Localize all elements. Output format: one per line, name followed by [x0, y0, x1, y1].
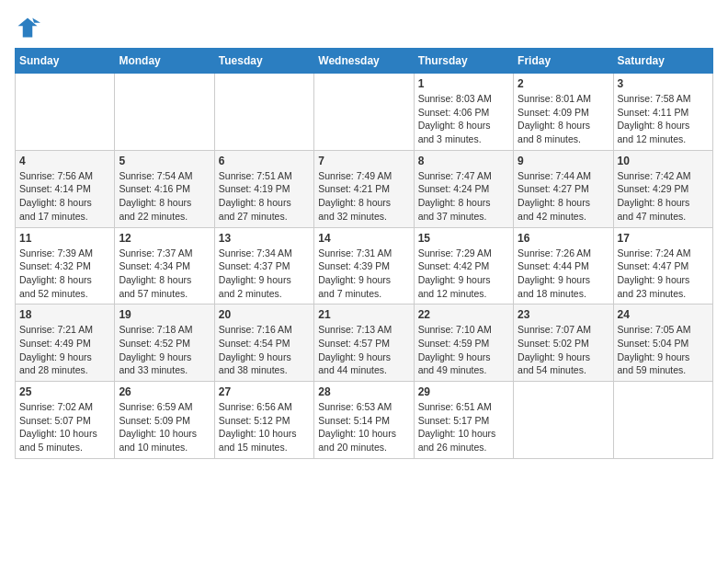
- week-row-3: 11Sunrise: 7:39 AM Sunset: 4:32 PM Dayli…: [16, 227, 713, 304]
- day-cell: 22Sunrise: 7:10 AM Sunset: 4:59 PM Dayli…: [414, 304, 513, 382]
- calendar-table: SundayMondayTuesdayWednesdayThursdayFrid…: [15, 48, 713, 459]
- day-info: Sunrise: 7:13 AM Sunset: 4:57 PM Dayligh…: [318, 323, 409, 377]
- day-cell: 28Sunrise: 6:53 AM Sunset: 5:14 PM Dayli…: [314, 382, 414, 459]
- day-info: Sunrise: 7:54 AM Sunset: 4:16 PM Dayligh…: [119, 169, 210, 224]
- day-number: 10: [618, 155, 709, 167]
- day-cell: [16, 74, 115, 151]
- day-number: 13: [219, 232, 310, 245]
- day-cell: 10Sunrise: 7:42 AM Sunset: 4:29 PM Dayli…: [613, 150, 712, 227]
- day-cell: [214, 74, 313, 151]
- day-cell: 9Sunrise: 7:44 AM Sunset: 4:27 PM Daylig…: [514, 150, 613, 227]
- day-number: 1: [418, 77, 509, 90]
- day-number: 3: [618, 77, 709, 90]
- day-info: Sunrise: 7:34 AM Sunset: 4:37 PM Dayligh…: [219, 247, 310, 301]
- day-cell: [613, 382, 712, 459]
- day-info: Sunrise: 7:58 AM Sunset: 4:11 PM Dayligh…: [618, 92, 709, 146]
- day-info: Sunrise: 7:24 AM Sunset: 4:47 PM Dayligh…: [618, 247, 709, 301]
- day-info: Sunrise: 6:56 AM Sunset: 5:12 PM Dayligh…: [219, 400, 310, 454]
- day-number: 26: [119, 385, 210, 398]
- day-cell: 21Sunrise: 7:13 AM Sunset: 4:57 PM Dayli…: [314, 304, 414, 382]
- day-cell: 15Sunrise: 7:29 AM Sunset: 4:42 PM Dayli…: [414, 227, 513, 304]
- day-cell: 18Sunrise: 7:21 AM Sunset: 4:49 PM Dayli…: [16, 304, 115, 382]
- day-cell: 2Sunrise: 8:01 AM Sunset: 4:09 PM Daylig…: [514, 74, 613, 151]
- calendar-body: 1Sunrise: 8:03 AM Sunset: 4:06 PM Daylig…: [16, 74, 713, 459]
- day-cell: [314, 74, 414, 151]
- day-number: 12: [119, 232, 210, 245]
- day-cell: 16Sunrise: 7:26 AM Sunset: 4:44 PM Dayli…: [514, 227, 613, 304]
- day-info: Sunrise: 7:21 AM Sunset: 4:49 PM Dayligh…: [19, 323, 110, 377]
- logo: [15, 15, 44, 40]
- day-info: Sunrise: 6:53 AM Sunset: 5:14 PM Dayligh…: [318, 400, 409, 454]
- day-cell: [115, 74, 214, 151]
- header: [15, 15, 713, 40]
- day-info: Sunrise: 7:47 AM Sunset: 4:24 PM Dayligh…: [418, 169, 509, 224]
- day-info: Sunrise: 8:01 AM Sunset: 4:09 PM Dayligh…: [518, 92, 609, 146]
- weekday-saturday: Saturday: [613, 49, 712, 74]
- day-info: Sunrise: 7:16 AM Sunset: 4:54 PM Dayligh…: [219, 323, 310, 377]
- day-cell: 17Sunrise: 7:24 AM Sunset: 4:47 PM Dayli…: [613, 227, 712, 304]
- logo-bird-icon: [15, 15, 40, 40]
- day-info: Sunrise: 7:44 AM Sunset: 4:27 PM Dayligh…: [518, 169, 609, 224]
- day-info: Sunrise: 7:05 AM Sunset: 5:04 PM Dayligh…: [618, 323, 709, 377]
- weekday-tuesday: Tuesday: [214, 49, 313, 74]
- weekday-sunday: Sunday: [16, 49, 115, 74]
- day-number: 27: [219, 385, 310, 398]
- day-info: Sunrise: 7:51 AM Sunset: 4:19 PM Dayligh…: [219, 169, 310, 224]
- day-number: 6: [219, 155, 310, 167]
- day-cell: 14Sunrise: 7:31 AM Sunset: 4:39 PM Dayli…: [314, 227, 414, 304]
- weekday-wednesday: Wednesday: [314, 49, 414, 74]
- day-cell: 13Sunrise: 7:34 AM Sunset: 4:37 PM Dayli…: [214, 227, 313, 304]
- week-row-2: 4Sunrise: 7:56 AM Sunset: 4:14 PM Daylig…: [16, 150, 713, 227]
- day-cell: 4Sunrise: 7:56 AM Sunset: 4:14 PM Daylig…: [16, 150, 115, 227]
- day-number: 14: [318, 232, 409, 245]
- day-cell: 5Sunrise: 7:54 AM Sunset: 4:16 PM Daylig…: [115, 150, 214, 227]
- day-number: 28: [318, 385, 409, 398]
- day-cell: 20Sunrise: 7:16 AM Sunset: 4:54 PM Dayli…: [214, 304, 313, 382]
- day-cell: 11Sunrise: 7:39 AM Sunset: 4:32 PM Dayli…: [16, 227, 115, 304]
- day-number: 2: [518, 77, 609, 90]
- day-number: 20: [219, 308, 310, 321]
- day-info: Sunrise: 8:03 AM Sunset: 4:06 PM Dayligh…: [418, 92, 509, 146]
- day-number: 16: [518, 232, 609, 245]
- day-cell: 23Sunrise: 7:07 AM Sunset: 5:02 PM Dayli…: [514, 304, 613, 382]
- day-number: 19: [119, 308, 210, 321]
- day-info: Sunrise: 7:49 AM Sunset: 4:21 PM Dayligh…: [318, 169, 409, 224]
- day-cell: 12Sunrise: 7:37 AM Sunset: 4:34 PM Dayli…: [115, 227, 214, 304]
- day-number: 21: [318, 308, 409, 321]
- day-cell: 3Sunrise: 7:58 AM Sunset: 4:11 PM Daylig…: [613, 74, 712, 151]
- day-number: 9: [518, 155, 609, 167]
- day-info: Sunrise: 6:51 AM Sunset: 5:17 PM Dayligh…: [418, 400, 509, 454]
- day-info: Sunrise: 7:26 AM Sunset: 4:44 PM Dayligh…: [518, 247, 609, 301]
- day-cell: 27Sunrise: 6:56 AM Sunset: 5:12 PM Dayli…: [214, 382, 313, 459]
- day-cell: 6Sunrise: 7:51 AM Sunset: 4:19 PM Daylig…: [214, 150, 313, 227]
- day-number: 25: [19, 385, 110, 398]
- day-cell: [514, 382, 613, 459]
- day-number: 15: [418, 232, 509, 245]
- day-cell: 7Sunrise: 7:49 AM Sunset: 4:21 PM Daylig…: [314, 150, 414, 227]
- day-info: Sunrise: 7:07 AM Sunset: 5:02 PM Dayligh…: [518, 323, 609, 377]
- day-number: 18: [19, 308, 110, 321]
- day-cell: 8Sunrise: 7:47 AM Sunset: 4:24 PM Daylig…: [414, 150, 513, 227]
- day-number: 29: [418, 385, 509, 398]
- day-number: 24: [618, 308, 709, 321]
- day-cell: 19Sunrise: 7:18 AM Sunset: 4:52 PM Dayli…: [115, 304, 214, 382]
- weekday-header-row: SundayMondayTuesdayWednesdayThursdayFrid…: [16, 49, 713, 74]
- day-number: 5: [119, 155, 210, 167]
- day-number: 22: [418, 308, 509, 321]
- week-row-5: 25Sunrise: 7:02 AM Sunset: 5:07 PM Dayli…: [16, 382, 713, 459]
- day-number: 23: [518, 308, 609, 321]
- day-number: 11: [19, 232, 110, 245]
- day-info: Sunrise: 6:59 AM Sunset: 5:09 PM Dayligh…: [119, 400, 210, 454]
- day-number: 17: [618, 232, 709, 245]
- day-info: Sunrise: 7:39 AM Sunset: 4:32 PM Dayligh…: [19, 247, 110, 301]
- weekday-thursday: Thursday: [414, 49, 513, 74]
- day-number: 4: [19, 155, 110, 167]
- day-number: 7: [318, 155, 409, 167]
- day-info: Sunrise: 7:18 AM Sunset: 4:52 PM Dayligh…: [119, 323, 210, 377]
- week-row-4: 18Sunrise: 7:21 AM Sunset: 4:49 PM Dayli…: [16, 304, 713, 382]
- day-info: Sunrise: 7:37 AM Sunset: 4:34 PM Dayligh…: [119, 247, 210, 301]
- day-info: Sunrise: 7:56 AM Sunset: 4:14 PM Dayligh…: [19, 169, 110, 224]
- day-cell: 1Sunrise: 8:03 AM Sunset: 4:06 PM Daylig…: [414, 74, 513, 151]
- day-info: Sunrise: 7:02 AM Sunset: 5:07 PM Dayligh…: [19, 400, 110, 454]
- week-row-1: 1Sunrise: 8:03 AM Sunset: 4:06 PM Daylig…: [16, 74, 713, 151]
